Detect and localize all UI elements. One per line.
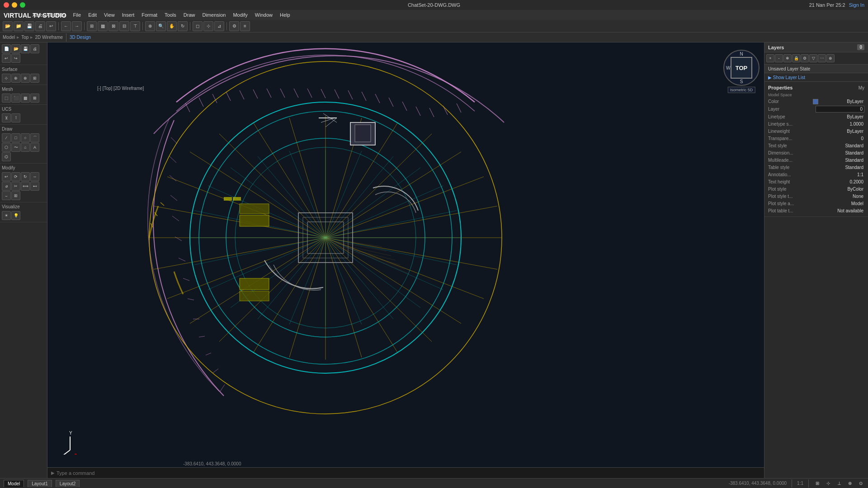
menu-window[interactable]: Window [251,11,276,19]
layer-merge-btn[interactable]: ⊕ [826,54,835,62]
open-file-button[interactable]: 📁 [14,21,24,31]
prop-layer-value[interactable]: 0 [816,106,865,113]
view-btn-4[interactable]: ⊟ [119,21,129,31]
snap-btn-3[interactable]: ⊿ [214,21,224,31]
menu-file[interactable]: File [69,11,85,19]
zoom-extents-button[interactable]: ⊕ [145,21,155,31]
grid-toggle[interactable]: ⊞ [814,480,821,487]
new-file-button[interactable]: 📂 [3,21,13,31]
properties-title[interactable]: Properties [768,84,793,92]
sb-draw-hatch[interactable]: ⌂ [21,143,30,152]
model-tab[interactable]: Model [4,480,24,487]
sb-extend[interactable]: ⟺ [21,182,30,191]
snap-toggle[interactable]: ⊹ [825,480,832,487]
sb-print[interactable]: 🖨 [30,44,39,53]
sb-draw-spline[interactable]: 〜 [11,143,20,152]
mesh-section-title[interactable]: Mesh [2,86,45,93]
drawing-canvas[interactable] [47,42,764,478]
sb-draw-line[interactable]: ∕ [2,133,11,142]
sb-copy[interactable]: ⟳ [11,172,20,181]
layer-settings-btn[interactable]: ⚙ [801,54,809,62]
osnap-toggle[interactable]: ⊙ [857,480,864,487]
menu-insert[interactable]: Insert [118,11,138,19]
design-mode-label[interactable]: 3D Design [70,35,91,40]
sb-draw-poly[interactable]: ⬡ [2,143,11,152]
sb-mesh-2[interactable]: ⬛ [11,94,20,103]
sb-sun[interactable]: ☀ [2,211,11,220]
sb-array[interactable]: ⊞ [11,191,20,200]
breadcrumb-model[interactable]: Model [3,35,15,40]
sb-surface-4[interactable]: ⊞ [30,74,39,83]
sb-draw-circle[interactable]: ○ [21,133,30,142]
undo-button[interactable]: ↩ [46,21,56,31]
sb-surface-2[interactable]: ⊕ [11,74,20,83]
layer-more-btn[interactable]: ⋯ [818,54,826,62]
sb-draw-arc[interactable]: ⌒ [30,133,39,142]
menu-draw[interactable]: Draw [180,11,199,19]
menu-edit[interactable]: Edit [85,11,100,19]
command-input[interactable] [57,470,760,476]
save-button[interactable]: 💾 [24,21,34,31]
layers-button[interactable]: ≡ [240,21,250,31]
sb-draw-text[interactable]: A [30,143,39,152]
sb-save[interactable]: 💾 [21,44,30,53]
polar-toggle[interactable]: ⊕ [846,480,854,487]
view-btn-5[interactable]: ⊤ [130,21,140,31]
sb-redo[interactable]: ↪ [11,54,20,63]
nav-forward-button[interactable]: → [72,21,82,31]
layer-lock-btn[interactable]: 🔒 [792,54,800,62]
menu-format[interactable]: Format [138,11,161,19]
menu-tools[interactable]: Tools [161,11,180,19]
sb-fillet[interactable]: ⌣ [2,191,11,200]
modify-section-title[interactable]: Modify [2,164,45,171]
sb-undo[interactable]: ↩ [2,54,11,63]
close-button[interactable] [4,2,9,8]
show-layer-list[interactable]: ▶ Show Layer List [764,73,868,82]
sb-mesh-1[interactable]: ⬚ [2,94,11,103]
minimize-button[interactable] [12,2,17,8]
sb-trim[interactable]: ✂ [11,182,20,191]
pan-button[interactable]: ✋ [167,21,177,31]
layer-new-btn[interactable]: + [766,54,774,62]
sb-mirror[interactable]: ↔ [30,172,39,181]
sb-draw-rect[interactable]: □ [11,133,20,142]
nav-back-button[interactable]: ← [61,21,71,31]
sb-ucs-2[interactable]: ⊺ [11,113,20,122]
command-bar[interactable]: ▶ [47,467,764,478]
sb-scale[interactable]: ⌀ [2,182,11,191]
layer-delete-btn[interactable]: - [775,54,783,62]
sb-surface-1[interactable]: ⊹ [2,74,11,83]
layout2-tab[interactable]: Layout2 [56,480,80,487]
view-btn-1[interactable]: ⊞ [87,21,97,31]
sb-mesh-4[interactable]: ⊠ [30,94,39,103]
color-swatch[interactable] [813,99,818,104]
ortho-toggle[interactable]: ⊥ [835,480,843,487]
view-btn-3[interactable]: ⊠ [108,21,118,31]
maximize-button[interactable] [20,2,25,8]
sb-draw-dim[interactable]: ⌬ [2,152,11,161]
menu-modify[interactable]: Modify [229,11,251,19]
surface-section-title[interactable]: Surface [2,66,45,73]
sb-rotate[interactable]: ↻ [21,172,30,181]
sb-mesh-3[interactable]: ▦ [21,94,30,103]
sign-in-link[interactable]: Sign In [849,2,864,8]
orbit-button[interactable]: ↻ [178,21,188,31]
sb-ucs-1[interactable]: ⊻ [2,113,11,122]
breadcrumb-wireframe[interactable]: 2D Wireframe [35,35,63,40]
layer-filter-btn[interactable]: ▽ [809,54,817,62]
properties-button[interactable]: ⚙ [229,21,239,31]
ucs-section-title[interactable]: UCS [2,106,45,113]
snap-btn-1[interactable]: ◻ [193,21,203,31]
plot-button[interactable]: 🖨 [35,21,45,31]
draw-section-title[interactable]: Draw [2,126,45,132]
sb-surface-3[interactable]: ⊗ [21,74,30,83]
menu-help[interactable]: Help [276,11,294,19]
sb-open[interactable]: 📂 [11,44,20,53]
layer-freeze-btn[interactable]: ❄ [783,54,792,62]
view-btn-2[interactable]: ▦ [98,21,108,31]
visualize-section-title[interactable]: Visualize [2,203,45,210]
sb-new[interactable]: 📄 [2,44,11,53]
layout1-tab[interactable]: Layout1 [28,480,52,487]
zoom-in-button[interactable]: 🔍 [156,21,166,31]
prop-th-value[interactable]: 0.2000 [816,179,865,185]
